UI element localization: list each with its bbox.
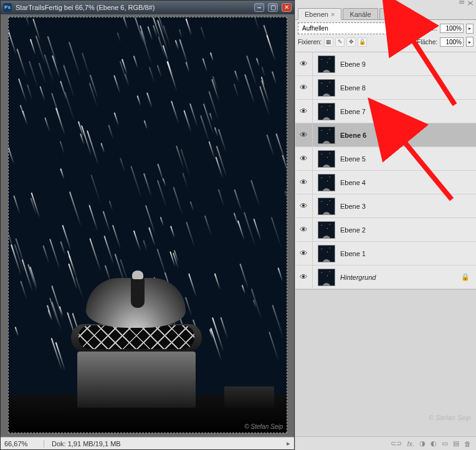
- layer-name[interactable]: Ebene 3: [340, 203, 366, 210]
- visibility-toggle[interactable]: 👁: [295, 100, 313, 123]
- layer-row[interactable]: 👁Ebene 2: [295, 218, 476, 242]
- layer-thumbnail[interactable]: [318, 269, 335, 286]
- fill-stepper[interactable]: ▸: [466, 37, 474, 47]
- svg-line-1: [399, 136, 452, 199]
- doc-info: Dok: 1,91 MB/19,1 MB: [44, 440, 121, 448]
- doc-info-menu[interactable]: ▸: [283, 439, 294, 448]
- layer-thumbnail[interactable]: [318, 79, 335, 97]
- visibility-toggle[interactable]: 👁: [295, 218, 313, 241]
- canvas[interactable]: © Stefan Seip: [8, 17, 287, 433]
- outbuilding: [224, 386, 274, 408]
- layer-thumbnail[interactable]: [318, 245, 335, 262]
- visibility-toggle[interactable]: 👁: [295, 52, 313, 75]
- tab-channels[interactable]: Kanäle: [343, 8, 378, 19]
- new-layer-icon[interactable]: ▤: [453, 439, 459, 448]
- tab-paths[interactable]: Pfade: [379, 8, 411, 19]
- layer-row-background[interactable]: 👁Hintergrund🔒: [295, 266, 476, 289]
- panel-footer: ⊂⊃ fx. ◑ ◐ ▭ ▤ 🗑: [295, 436, 476, 450]
- close-panel-icon[interactable]: [467, 1, 474, 6]
- fx-icon[interactable]: fx.: [407, 440, 414, 448]
- maximize-button[interactable]: ▢: [268, 3, 278, 12]
- visibility-toggle[interactable]: 👁: [295, 266, 313, 289]
- credit: © Stefan Seip: [429, 414, 471, 421]
- lock-transparency-icon[interactable]: ▦: [324, 37, 333, 47]
- lock-label: Fixieren:: [298, 39, 321, 45]
- blend-mode-dropdown[interactable]: Aufhellen: [298, 22, 412, 34]
- lock-all-icon[interactable]: 🔒: [358, 37, 367, 47]
- collapse-icon[interactable]: [459, 1, 465, 6]
- layer-name[interactable]: Ebene 8: [340, 84, 366, 92]
- visibility-toggle[interactable]: 👁: [295, 194, 313, 218]
- trash-icon[interactable]: 🗑: [464, 440, 471, 448]
- layer-name[interactable]: Ebene 5: [340, 155, 366, 163]
- tab-layers-label: Ebenen: [305, 11, 328, 18]
- layer-name[interactable]: Hintergrund: [340, 274, 376, 281]
- close-button[interactable]: ✕: [282, 3, 292, 12]
- group-icon[interactable]: ▭: [442, 439, 448, 448]
- zoom-field[interactable]: 66,67%: [1, 440, 44, 448]
- link-layers-icon[interactable]: ⊂⊃: [391, 439, 402, 448]
- layer-name[interactable]: Ebene 6: [340, 132, 366, 139]
- visibility-toggle[interactable]: 👁: [295, 147, 313, 170]
- tab-layers[interactable]: Ebenen×: [298, 8, 341, 20]
- blend-mode-select[interactable]: Aufhellen: [298, 22, 412, 34]
- layer-name[interactable]: Ebene 2: [340, 226, 366, 234]
- opacity-stepper[interactable]: ▸: [466, 24, 474, 34]
- app-icon: Ps: [3, 3, 12, 12]
- visibility-toggle[interactable]: 👁: [295, 242, 313, 265]
- visibility-toggle[interactable]: 👁: [295, 171, 313, 194]
- image-watermark: © Stefan Seip: [244, 423, 283, 430]
- visibility-toggle[interactable]: 👁: [295, 76, 313, 99]
- panel-strip: [295, 0, 476, 6]
- layer-name[interactable]: Ebene 9: [340, 60, 366, 68]
- layer-thumbnail[interactable]: [318, 103, 335, 120]
- observatory: [65, 264, 208, 408]
- svg-line-0: [409, 34, 455, 105]
- layer-name[interactable]: Ebene 4: [340, 179, 366, 186]
- mask-icon[interactable]: ◑: [419, 439, 426, 448]
- panel-tabs: Ebenen× Kanäle Pfade: [295, 6, 476, 20]
- lock-pixels-icon[interactable]: ✎: [335, 37, 345, 47]
- panel-empty: © Stefan Seip: [295, 289, 476, 436]
- canvas-area[interactable]: © Stefan Seip: [1, 14, 294, 437]
- document-title: StarTrailsFertig bei 66,7% (Ebene 6, RGB…: [16, 4, 250, 11]
- titlebar: Ps StarTrailsFertig bei 66,7% (Ebene 6, …: [1, 1, 294, 14]
- layer-thumbnail[interactable]: [318, 174, 335, 191]
- status-bar: 66,67% Dok: 1,91 MB/19,1 MB ▸: [1, 437, 294, 449]
- layer-thumbnail[interactable]: [318, 221, 335, 239]
- layer-thumbnail[interactable]: [318, 127, 335, 144]
- layer-thumbnail[interactable]: [318, 55, 335, 73]
- layer-thumbnail[interactable]: [318, 150, 335, 168]
- lock-position-icon[interactable]: ✥: [346, 37, 356, 47]
- layer-name[interactable]: Ebene 7: [340, 108, 366, 115]
- visibility-toggle[interactable]: 👁: [295, 123, 313, 146]
- layer-thumbnail[interactable]: [318, 198, 335, 215]
- document-window: Ps StarTrailsFertig bei 66,7% (Ebene 6, …: [0, 0, 295, 450]
- layer-name[interactable]: Ebene 1: [340, 250, 366, 257]
- close-tab-icon[interactable]: ×: [331, 11, 335, 18]
- lock-icon: 🔒: [461, 273, 470, 281]
- minimize-button[interactable]: ‒: [254, 3, 264, 12]
- layer-row[interactable]: 👁Ebene 1: [295, 242, 476, 266]
- adjustment-icon[interactable]: ◐: [431, 439, 437, 448]
